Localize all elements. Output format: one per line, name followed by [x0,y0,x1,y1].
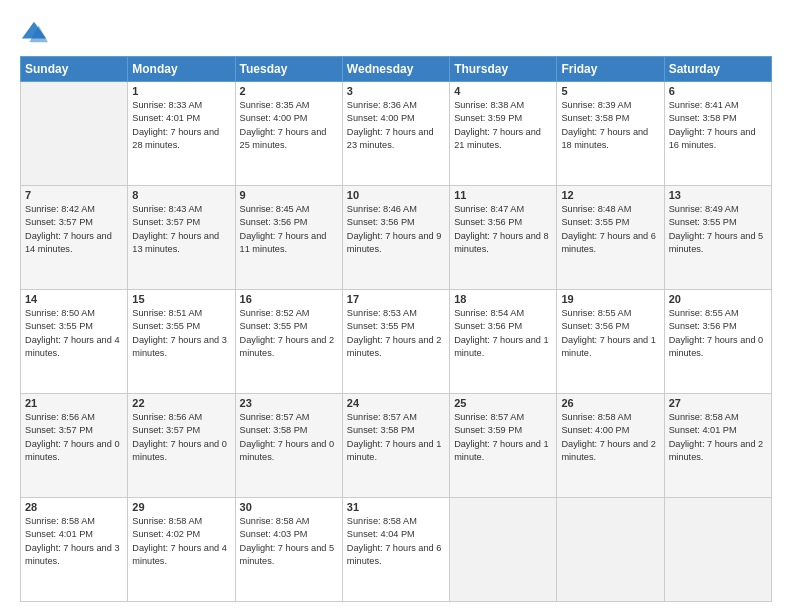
day-number: 15 [132,293,230,305]
day-cell: 2Sunrise: 8:35 AMSunset: 4:00 PMDaylight… [235,82,342,186]
day-info: Sunrise: 8:47 AMSunset: 3:56 PMDaylight:… [454,203,552,256]
day-cell [557,498,664,602]
day-cell: 22Sunrise: 8:56 AMSunset: 3:57 PMDayligh… [128,394,235,498]
day-info: Sunrise: 8:58 AMSunset: 4:02 PMDaylight:… [132,515,230,568]
day-cell: 30Sunrise: 8:58 AMSunset: 4:03 PMDayligh… [235,498,342,602]
day-cell: 16Sunrise: 8:52 AMSunset: 3:55 PMDayligh… [235,290,342,394]
logo-icon [20,18,48,46]
logo [20,18,52,46]
day-number: 8 [132,189,230,201]
day-cell: 31Sunrise: 8:58 AMSunset: 4:04 PMDayligh… [342,498,449,602]
day-info: Sunrise: 8:52 AMSunset: 3:55 PMDaylight:… [240,307,338,360]
day-cell: 27Sunrise: 8:58 AMSunset: 4:01 PMDayligh… [664,394,771,498]
week-row-2: 7Sunrise: 8:42 AMSunset: 3:57 PMDaylight… [21,186,772,290]
day-cell: 29Sunrise: 8:58 AMSunset: 4:02 PMDayligh… [128,498,235,602]
day-number: 9 [240,189,338,201]
day-info: Sunrise: 8:56 AMSunset: 3:57 PMDaylight:… [25,411,123,464]
day-cell: 3Sunrise: 8:36 AMSunset: 4:00 PMDaylight… [342,82,449,186]
day-cell: 15Sunrise: 8:51 AMSunset: 3:55 PMDayligh… [128,290,235,394]
day-info: Sunrise: 8:58 AMSunset: 4:03 PMDaylight:… [240,515,338,568]
day-number: 1 [132,85,230,97]
day-cell: 5Sunrise: 8:39 AMSunset: 3:58 PMDaylight… [557,82,664,186]
day-number: 22 [132,397,230,409]
week-row-3: 14Sunrise: 8:50 AMSunset: 3:55 PMDayligh… [21,290,772,394]
day-number: 13 [669,189,767,201]
day-info: Sunrise: 8:55 AMSunset: 3:56 PMDaylight:… [669,307,767,360]
day-info: Sunrise: 8:49 AMSunset: 3:55 PMDaylight:… [669,203,767,256]
day-cell [21,82,128,186]
col-monday: Monday [128,57,235,82]
day-info: Sunrise: 8:48 AMSunset: 3:55 PMDaylight:… [561,203,659,256]
day-cell: 26Sunrise: 8:58 AMSunset: 4:00 PMDayligh… [557,394,664,498]
day-number: 6 [669,85,767,97]
day-info: Sunrise: 8:57 AMSunset: 3:58 PMDaylight:… [347,411,445,464]
day-cell: 18Sunrise: 8:54 AMSunset: 3:56 PMDayligh… [450,290,557,394]
day-number: 21 [25,397,123,409]
day-info: Sunrise: 8:39 AMSunset: 3:58 PMDaylight:… [561,99,659,152]
day-cell: 24Sunrise: 8:57 AMSunset: 3:58 PMDayligh… [342,394,449,498]
day-info: Sunrise: 8:45 AMSunset: 3:56 PMDaylight:… [240,203,338,256]
day-info: Sunrise: 8:56 AMSunset: 3:57 PMDaylight:… [132,411,230,464]
day-cell: 17Sunrise: 8:53 AMSunset: 3:55 PMDayligh… [342,290,449,394]
day-info: Sunrise: 8:33 AMSunset: 4:01 PMDaylight:… [132,99,230,152]
day-cell: 7Sunrise: 8:42 AMSunset: 3:57 PMDaylight… [21,186,128,290]
day-number: 28 [25,501,123,513]
week-row-5: 28Sunrise: 8:58 AMSunset: 4:01 PMDayligh… [21,498,772,602]
day-number: 26 [561,397,659,409]
day-info: Sunrise: 8:57 AMSunset: 3:58 PMDaylight:… [240,411,338,464]
col-saturday: Saturday [664,57,771,82]
day-number: 5 [561,85,659,97]
day-info: Sunrise: 8:46 AMSunset: 3:56 PMDaylight:… [347,203,445,256]
day-info: Sunrise: 8:38 AMSunset: 3:59 PMDaylight:… [454,99,552,152]
col-friday: Friday [557,57,664,82]
day-number: 24 [347,397,445,409]
day-info: Sunrise: 8:42 AMSunset: 3:57 PMDaylight:… [25,203,123,256]
day-cell: 25Sunrise: 8:57 AMSunset: 3:59 PMDayligh… [450,394,557,498]
calendar-header: Sunday Monday Tuesday Wednesday Thursday… [21,57,772,82]
day-cell: 11Sunrise: 8:47 AMSunset: 3:56 PMDayligh… [450,186,557,290]
col-wednesday: Wednesday [342,57,449,82]
day-cell: 12Sunrise: 8:48 AMSunset: 3:55 PMDayligh… [557,186,664,290]
day-cell: 9Sunrise: 8:45 AMSunset: 3:56 PMDaylight… [235,186,342,290]
week-row-4: 21Sunrise: 8:56 AMSunset: 3:57 PMDayligh… [21,394,772,498]
day-cell: 4Sunrise: 8:38 AMSunset: 3:59 PMDaylight… [450,82,557,186]
col-sunday: Sunday [21,57,128,82]
day-number: 16 [240,293,338,305]
day-cell: 1Sunrise: 8:33 AMSunset: 4:01 PMDaylight… [128,82,235,186]
day-number: 3 [347,85,445,97]
day-cell: 23Sunrise: 8:57 AMSunset: 3:58 PMDayligh… [235,394,342,498]
day-number: 7 [25,189,123,201]
day-number: 29 [132,501,230,513]
day-cell: 8Sunrise: 8:43 AMSunset: 3:57 PMDaylight… [128,186,235,290]
calendar-table: Sunday Monday Tuesday Wednesday Thursday… [20,56,772,602]
day-info: Sunrise: 8:58 AMSunset: 4:01 PMDaylight:… [669,411,767,464]
day-info: Sunrise: 8:58 AMSunset: 4:00 PMDaylight:… [561,411,659,464]
day-info: Sunrise: 8:36 AMSunset: 4:00 PMDaylight:… [347,99,445,152]
day-number: 25 [454,397,552,409]
day-info: Sunrise: 8:53 AMSunset: 3:55 PMDaylight:… [347,307,445,360]
day-info: Sunrise: 8:55 AMSunset: 3:56 PMDaylight:… [561,307,659,360]
day-number: 14 [25,293,123,305]
day-info: Sunrise: 8:35 AMSunset: 4:00 PMDaylight:… [240,99,338,152]
day-number: 20 [669,293,767,305]
day-cell: 6Sunrise: 8:41 AMSunset: 3:58 PMDaylight… [664,82,771,186]
day-cell [450,498,557,602]
day-number: 11 [454,189,552,201]
day-cell: 21Sunrise: 8:56 AMSunset: 3:57 PMDayligh… [21,394,128,498]
calendar-body: 1Sunrise: 8:33 AMSunset: 4:01 PMDaylight… [21,82,772,602]
day-number: 17 [347,293,445,305]
day-info: Sunrise: 8:41 AMSunset: 3:58 PMDaylight:… [669,99,767,152]
day-cell: 10Sunrise: 8:46 AMSunset: 3:56 PMDayligh… [342,186,449,290]
week-row-1: 1Sunrise: 8:33 AMSunset: 4:01 PMDaylight… [21,82,772,186]
day-cell: 13Sunrise: 8:49 AMSunset: 3:55 PMDayligh… [664,186,771,290]
day-number: 27 [669,397,767,409]
day-info: Sunrise: 8:57 AMSunset: 3:59 PMDaylight:… [454,411,552,464]
day-number: 23 [240,397,338,409]
day-cell: 20Sunrise: 8:55 AMSunset: 3:56 PMDayligh… [664,290,771,394]
day-number: 30 [240,501,338,513]
page: Sunday Monday Tuesday Wednesday Thursday… [0,0,792,612]
day-number: 4 [454,85,552,97]
header-row: Sunday Monday Tuesday Wednesday Thursday… [21,57,772,82]
day-number: 19 [561,293,659,305]
day-info: Sunrise: 8:43 AMSunset: 3:57 PMDaylight:… [132,203,230,256]
